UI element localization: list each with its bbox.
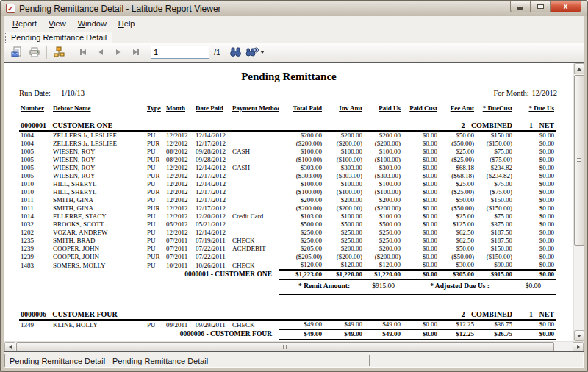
window-title: Pending Remittance Detail - Latitude Rep… [19, 4, 221, 14]
scroll-left-button[interactable] [4, 342, 15, 352]
arrow-up-icon [577, 68, 581, 71]
cell: 12/14/2012 [194, 131, 231, 140]
scroll-up-button[interactable] [574, 63, 584, 74]
cell [231, 188, 279, 196]
cell: $303.00 [364, 164, 402, 172]
cell: CHECK [231, 320, 279, 329]
cell: $50.00 [439, 245, 476, 253]
footer-total: $915.00 [476, 270, 514, 279]
table-row: 1032BROOKS, SCOTTPU05/201205/21/2012$500… [19, 221, 556, 229]
remit-amount-label: * Remit Amount: [298, 282, 350, 290]
scroll-down-button[interactable] [574, 330, 584, 341]
cell: PU [146, 320, 165, 329]
menu-window[interactable]: Window [72, 18, 112, 29]
table-row: 1011SMITH, GINAPU12/201212/17/2012$200.0… [19, 196, 556, 204]
cell: $30.00 [439, 261, 476, 270]
cell: ($68.18) [439, 172, 476, 180]
cell: ($100.00) [279, 156, 323, 164]
cell: $250.00 [323, 229, 364, 237]
cell: 05/21/2012 [194, 221, 231, 229]
cell: 12/2012 [165, 164, 194, 172]
cell: $0.00 [402, 172, 439, 180]
find-icon [229, 47, 242, 57]
search-expert-button[interactable] [244, 44, 266, 60]
cell: $75.00 [476, 212, 514, 221]
cell: $0.00 [402, 237, 439, 245]
cell: SMITH, GINA [51, 196, 146, 204]
cell: $62.50 [439, 237, 476, 245]
cell: 07/2011 [165, 245, 194, 253]
menu-help[interactable]: Help [112, 18, 141, 29]
menu-report[interactable]: Report [7, 18, 43, 29]
cell: CHECK [231, 261, 279, 270]
col-header: Total Paid [279, 104, 323, 119]
menu-bar: Report View Window Help [4, 16, 584, 30]
table-row: 1235SMITH, BRADPU07/201107/19/2011CHECK$… [19, 237, 556, 245]
cell: $75.00 [476, 180, 514, 188]
cell: 07/22/2011 [194, 253, 231, 261]
table-row: 1011SMITH, GINAPUR12/201212/17/2012($200… [19, 204, 556, 212]
remit-line: * Remit Amount:$915.00* Adjusted Due Us … [281, 280, 554, 293]
report-page: Pending Remittance Run Date:1/10/13 For … [4, 63, 573, 341]
cell: 1239 [19, 245, 51, 253]
export-button[interactable] [8, 44, 26, 60]
cell: 1014 [19, 212, 51, 221]
previous-page-button[interactable] [92, 44, 110, 60]
cell: VOZAR, ANDREW [51, 229, 146, 237]
client-area: Report View Window Help Pending Remittan… [4, 16, 584, 368]
title-bar[interactable]: ✓ Pending Remittance Detail - Latitude R… [1, 1, 587, 16]
minimize-button[interactable] [510, 1, 531, 12]
cell [231, 140, 279, 148]
cell: PU [146, 164, 165, 172]
report-title: Pending Remittance [13, 71, 564, 83]
export-icon [11, 46, 23, 58]
menu-view[interactable]: View [43, 18, 72, 29]
cell [231, 196, 279, 204]
cell: $187.50 [476, 229, 514, 237]
cell: 12/17/2012 [194, 188, 231, 196]
horizontal-scroll-thumb[interactable] [16, 342, 554, 352]
adjusted-due-value: $0.00 [509, 282, 541, 290]
footer-total: $12.25 [439, 329, 476, 339]
close-button[interactable]: x [551, 1, 581, 12]
cell: $49.00 [279, 320, 323, 329]
col-header: Date Paid [194, 104, 231, 119]
cell: 1202 [19, 229, 51, 237]
group-combined-label: 2 - COMBINED [279, 119, 514, 131]
cell: $50.00 [439, 196, 476, 204]
table-row: 1004ZELLERS Jr, LESLIEEPUR12/201212/17/2… [19, 140, 556, 148]
cell: $500.00 [323, 221, 364, 229]
vertical-scrollbar[interactable] [573, 63, 584, 341]
vertical-scroll-thumb[interactable] [574, 75, 584, 246]
next-page-button[interactable] [110, 44, 127, 60]
cell: ZELLERS Jr, LESLIEE [51, 140, 146, 148]
cell: ($150.00) [476, 204, 514, 212]
cell: ($100.00) [364, 188, 402, 196]
find-button[interactable] [226, 44, 244, 60]
page-number-input[interactable] [151, 46, 209, 59]
cell: ($100.00) [279, 188, 323, 196]
cell: 05/2012 [165, 221, 194, 229]
cell: 1239 [19, 253, 51, 261]
scroll-right-button[interactable] [573, 342, 584, 352]
cell: ELLERBE, STACY [51, 212, 146, 221]
cell: WIESEN, ROY [51, 156, 146, 164]
maximize-button[interactable] [531, 1, 551, 12]
cell [231, 172, 279, 180]
cell: $75.00 [476, 148, 514, 156]
cell: ($150.00) [476, 140, 514, 148]
cell: 10/26/2011 [194, 261, 231, 270]
group-tree-button[interactable] [50, 44, 68, 60]
cell: $100.00 [364, 212, 402, 221]
group-footer-row: 0000006 - CUSTOMER FOUR$49.00$49.00$49.0… [19, 329, 556, 339]
remit-amount-value: $915.00 [372, 282, 395, 290]
print-button[interactable] [26, 44, 43, 60]
cell: $375.00 [476, 221, 514, 229]
footer-total: $1,220.00 [364, 270, 402, 279]
footer-label: 0000001 - CUSTOMER ONE [19, 270, 279, 279]
horizontal-scrollbar[interactable] [4, 341, 584, 351]
cell: $187.50 [476, 237, 514, 245]
first-page-button[interactable] [74, 44, 92, 60]
app-window: ✓ Pending Remittance Detail - Latitude R… [0, 0, 588, 372]
last-page-button[interactable] [127, 44, 145, 60]
